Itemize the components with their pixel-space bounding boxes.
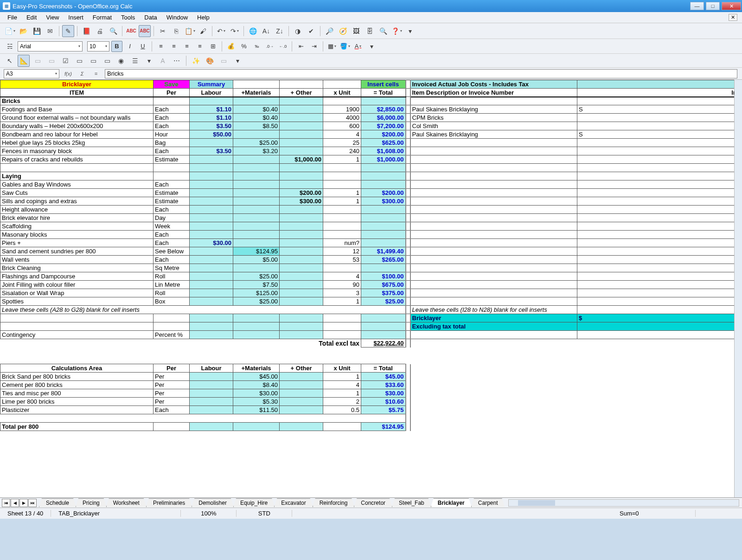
form-nav-button[interactable]: ▭ [217,55,230,67]
calc-unit[interactable]: 1 [323,373,361,381]
materials-cell[interactable] [233,180,280,189]
format-toolbar-options[interactable]: ▾ [365,40,377,52]
desc-cell[interactable] [410,214,577,222]
total-cell[interactable] [361,214,406,222]
calc-footer-total[interactable]: $124.95 [361,423,406,431]
materials-cell[interactable]: $124.95 [233,247,280,256]
toolbar-options[interactable]: ▾ [404,25,416,37]
align-center-button[interactable]: ≡ [168,41,179,52]
item-cell[interactable]: Bondbeam and reo labour for Hebel [0,130,154,139]
labour-cell[interactable] [190,272,233,281]
paste-button[interactable]: 📋▾ [184,25,196,37]
sheet-tab-pricing[interactable]: Pricing [76,498,107,507]
materials-cell[interactable]: $25.00 [233,272,280,281]
other-cell[interactable] [280,214,323,222]
materials-cell[interactable]: $5.00 [233,256,280,264]
materials-cell[interactable]: $25.00 [233,139,280,147]
hyperlink-button[interactable]: 🌐 [247,25,259,37]
item-cell[interactable]: Hebel glue lays 25 blocks 25kg [0,139,154,147]
unit-cell[interactable] [323,222,361,231]
per-cell[interactable]: Each [154,114,190,122]
item-cell[interactable]: Repairs of cracks and rebuilds [0,155,154,164]
other-cell[interactable] [280,272,323,281]
labour-cell[interactable]: $1.10 [190,114,233,122]
item-cell[interactable]: Wall vents [0,256,154,264]
status-std[interactable]: STD [237,510,292,517]
other-cell[interactable] [280,331,323,339]
per-cell[interactable]: Each [154,105,190,114]
email-button[interactable]: ✉ [44,25,56,37]
total-cell[interactable]: $1,499.40 [361,247,406,256]
other-cell[interactable] [280,180,323,189]
total-cell[interactable]: $265.00 [361,256,406,264]
total-cell[interactable]: $300.00 [361,197,406,206]
per-cell[interactable]: Box [154,297,190,306]
labour-cell[interactable] [190,139,233,147]
equals-button[interactable]: = [91,69,101,78]
new-button[interactable]: 📄▾ [4,25,16,37]
item-cell[interactable]: Scaffolding [0,222,154,231]
open-button[interactable]: 📂 [17,25,29,37]
form-design-button[interactable]: 🎨 [204,55,216,67]
materials-cell[interactable] [233,331,280,339]
horizontal-scrollbar[interactable] [508,499,740,507]
labour-cell[interactable]: $3.50 [190,122,233,130]
unit-cell[interactable]: 4 [323,272,361,281]
vertical-scrollbar[interactable] [734,80,742,497]
per-cell[interactable]: Week [154,222,190,231]
unit-cell[interactable]: 1 [323,155,361,164]
materials-cell[interactable] [233,239,280,247]
find-button[interactable]: 🔎 [323,25,335,37]
total-cell[interactable] [361,264,406,272]
per-cell[interactable]: Each [154,122,190,130]
desc-cell[interactable]: Paul Skaines Bricklaying [410,130,577,139]
item-cell[interactable]: Boundary walls – Hebel 200x600x200 [0,122,154,130]
item-cell[interactable]: Contingency [0,331,154,339]
labour-cell[interactable] [190,206,233,214]
materials-cell[interactable]: $25.00 [233,297,280,306]
format-paint-button[interactable]: 🖌 [197,25,209,37]
per-cell[interactable]: Bag [154,139,190,147]
materials-cell[interactable]: $0.40 [233,105,280,114]
desc-cell[interactable] [410,155,577,164]
desc-cell[interactable] [410,172,577,180]
item-cell[interactable]: Gables and Bay Windows [0,180,154,189]
desc-cell[interactable] [410,180,577,189]
total-cell[interactable]: $375.00 [361,289,406,297]
materials-cell[interactable] [233,206,280,214]
standard-format-button[interactable]: ‰ [251,41,262,52]
chart-button[interactable]: ◑ [292,25,304,37]
maximize-button[interactable]: □ [706,2,720,10]
pushbutton-control[interactable]: ▭ [101,55,113,67]
sheet-tab-equip_hire[interactable]: Equip_Hire [233,498,275,507]
sheet-tab-carpent[interactable]: Carpent [471,498,505,507]
percent-button[interactable]: % [238,41,249,52]
unit-cell[interactable]: 4000 [323,114,361,122]
print-preview-button[interactable]: 🔍 [107,25,119,37]
name-box[interactable]: A3▾ [4,69,59,78]
total-cell[interactable] [361,331,406,339]
per-cell[interactable]: Day [154,214,190,222]
calc-per[interactable]: Per [154,373,190,381]
bgcolor-button[interactable]: 🪣▾ [339,41,351,52]
menu-insert[interactable]: Insert [64,13,88,22]
desc-cell[interactable]: Col Smith [410,122,577,130]
per-cell[interactable]: Estimate [154,155,190,164]
other-cell[interactable] [280,256,323,264]
calc-item[interactable]: Cement per 800 bricks [0,381,154,389]
item-cell[interactable]: Brick Cleaning [0,264,154,272]
unit-cell[interactable]: 25 [323,139,361,147]
fontcolor-button[interactable]: A▾ [352,41,364,52]
calc-total[interactable]: $5.75 [361,406,406,414]
total-cell[interactable]: $1,608.00 [361,147,406,155]
cut-button[interactable]: ✂ [157,25,169,37]
sheet-tab-steel_fab[interactable]: Steel_Fab [392,498,431,507]
item-cell[interactable]: Joint Filling with colour filler [0,281,154,289]
other-cell[interactable] [280,289,323,297]
item-cell[interactable]: Fences in masonary block [0,147,154,155]
desc-cell[interactable] [410,231,577,239]
materials-cell[interactable]: $0.40 [233,114,280,122]
labour-cell[interactable] [190,222,233,231]
calc-item[interactable]: Plasticizer [0,406,154,414]
desc-cell[interactable] [410,147,577,155]
